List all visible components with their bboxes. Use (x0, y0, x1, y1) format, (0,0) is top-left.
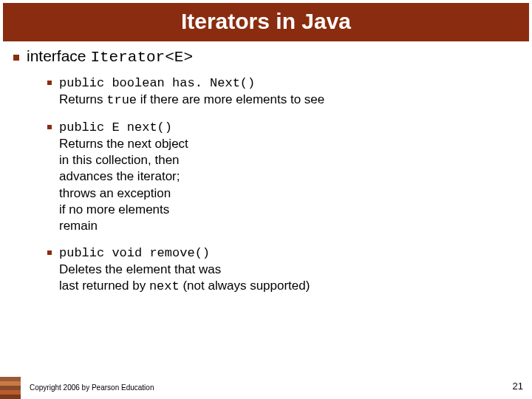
bullet-icon (47, 125, 52, 129)
method-block: public boolean has. Next() Returns true … (59, 75, 324, 109)
list-item: public void remove() Deletes the element… (47, 245, 532, 295)
list-item: public E next() Returns the next object … (47, 119, 532, 234)
list-item: public boolean has. Next() Returns true … (47, 75, 532, 109)
copyright-text: Copyright 2006 by Pearson Education (30, 383, 154, 392)
method-signature: public E next() (59, 120, 172, 134)
method-block: public void remove() Deletes the element… (59, 245, 310, 295)
books-icon (0, 374, 24, 399)
method-desc-code: next (149, 279, 180, 293)
method-desc-pre: Returns (59, 92, 106, 106)
bullet-icon (47, 81, 52, 85)
bullet-icon (13, 55, 19, 61)
method-desc-code: true (106, 93, 137, 107)
method-desc-post: if there are more elements to see (137, 92, 324, 106)
method-desc-post: (not always supported) (180, 279, 310, 293)
method-block: public E next() Returns the next object … (59, 119, 188, 234)
method-desc-pre: Returns the next object in this collecti… (59, 137, 188, 232)
bullet-icon (47, 250, 52, 255)
interface-line: interface Iterator<E> (27, 47, 193, 66)
page-number: 21 (513, 381, 523, 392)
method-signature: public void remove() (59, 246, 210, 260)
slide-title: Iterators in Java (3, 3, 529, 41)
main-bullet: interface Iterator<E> (13, 47, 532, 66)
method-list: public boolean has. Next() Returns true … (13, 70, 532, 295)
interface-prefix: interface (27, 47, 90, 64)
slide-content: interface Iterator<E> public boolean has… (0, 41, 532, 295)
interface-name: Iterator<E> (90, 49, 193, 66)
method-signature: public boolean has. Next() (59, 76, 255, 90)
